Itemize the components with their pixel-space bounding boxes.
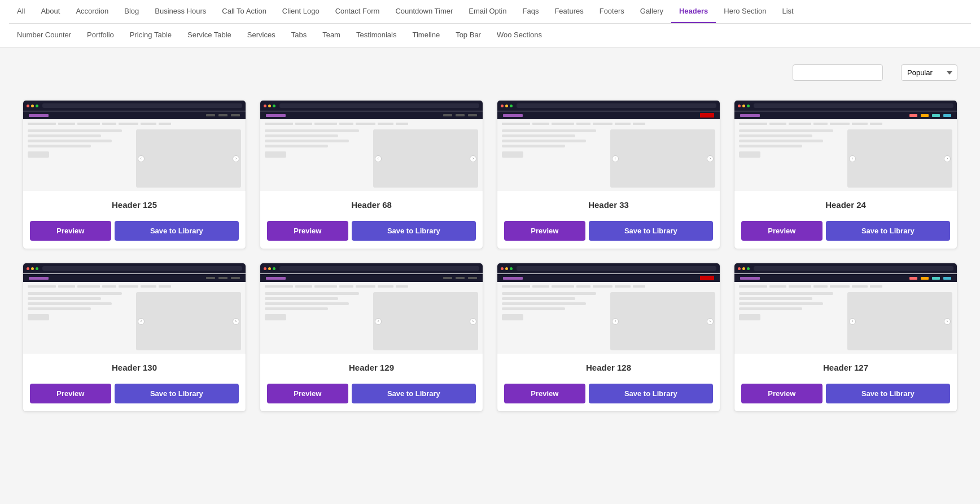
nav-item-features[interactable]: Features (546, 0, 591, 23)
save-button-4[interactable]: Save to Library (826, 221, 950, 241)
nav-item-services[interactable]: Services (239, 24, 283, 47)
card-info-5: Header 130 (23, 354, 246, 384)
card-8: ‹›Header 127PreviewSave to Library (734, 263, 957, 412)
nav-item-service-table[interactable]: Service Table (180, 24, 239, 47)
toolbar: PopularNewestOldest (23, 59, 957, 86)
card-info-8: Header 127 (734, 354, 957, 384)
card-2: ‹›Header 68PreviewSave to Library (260, 100, 483, 249)
nav-item-timeline[interactable]: Timeline (404, 24, 448, 47)
cards-grid: ‹›Header 125PreviewSave to Library‹›Head… (23, 100, 957, 412)
preview-button-1[interactable]: Preview (30, 221, 111, 241)
save-button-6[interactable]: Save to Library (352, 384, 476, 403)
save-button-2[interactable]: Save to Library (352, 221, 476, 241)
card-3: ‹›Header 33PreviewSave to Library (497, 100, 720, 249)
nav-item-faqs[interactable]: Faqs (514, 0, 546, 23)
nav-item-all[interactable]: All (9, 0, 33, 23)
card-info-7: Header 128 (497, 354, 720, 384)
nav-item-call-to-action[interactable]: Call To Action (214, 0, 274, 23)
card-preview-2: ‹› (260, 101, 483, 191)
nav-item-hero-section[interactable]: Hero Section (716, 0, 774, 23)
card-title-8: Header 127 (741, 363, 950, 372)
save-button-8[interactable]: Save to Library (826, 384, 950, 403)
card-title-2: Header 68 (267, 200, 476, 210)
sort-select[interactable]: PopularNewestOldest (901, 64, 957, 81)
card-info-3: Header 33 (497, 191, 720, 221)
card-6: ‹›Header 129PreviewSave to Library (260, 263, 483, 412)
content-area: PopularNewestOldest ‹›Header 125PreviewS… (0, 47, 980, 504)
card-actions-7: PreviewSave to Library (497, 384, 720, 411)
card-title-7: Header 128 (504, 363, 713, 372)
nav-item-top-bar[interactable]: Top Bar (448, 24, 489, 47)
preview-button-8[interactable]: Preview (741, 384, 823, 403)
nav-item-team[interactable]: Team (314, 24, 348, 47)
card-info-6: Header 129 (260, 354, 483, 384)
nav-item-countdown-timer[interactable]: Countdown Timer (387, 0, 461, 23)
main-nav: AllAboutAccordionBlogBusiness HoursCall … (0, 0, 980, 47)
preview-button-4[interactable]: Preview (741, 221, 823, 241)
nav-item-accordion[interactable]: Accordion (68, 0, 116, 23)
preview-button-2[interactable]: Preview (267, 221, 348, 241)
card-4: ‹›Header 24PreviewSave to Library (734, 100, 957, 249)
nav-item-gallery[interactable]: Gallery (632, 0, 671, 23)
card-preview-7: ‹› (497, 263, 720, 354)
card-preview-3: ‹› (497, 101, 720, 191)
nav-item-headers[interactable]: Headers (671, 0, 716, 23)
card-actions-6: PreviewSave to Library (260, 384, 483, 411)
search-input[interactable] (793, 64, 883, 81)
nav-item-pricing-table[interactable]: Pricing Table (122, 24, 180, 47)
card-title-3: Header 33 (504, 200, 713, 210)
nav-row-2: Number CounterPortfolioPricing TableServ… (9, 24, 971, 47)
nav-item-woo-sections[interactable]: Woo Sections (489, 24, 550, 47)
nav-item-email-optin[interactable]: Email Optin (461, 0, 514, 23)
nav-item-list[interactable]: List (774, 0, 801, 23)
preview-button-6[interactable]: Preview (267, 384, 348, 403)
card-preview-1: ‹› (23, 101, 246, 191)
nav-item-testimonials[interactable]: Testimonials (348, 24, 405, 47)
card-preview-6: ‹› (260, 263, 483, 354)
card-actions-1: PreviewSave to Library (23, 221, 246, 249)
nav-item-contact-form[interactable]: Contact Form (327, 0, 388, 23)
card-info-1: Header 125 (23, 191, 246, 221)
save-button-5[interactable]: Save to Library (115, 384, 239, 403)
nav-item-number-counter[interactable]: Number Counter (9, 24, 79, 47)
nav-item-footers[interactable]: Footers (592, 0, 632, 23)
card-actions-3: PreviewSave to Library (497, 221, 720, 249)
nav-item-portfolio[interactable]: Portfolio (79, 24, 122, 47)
card-title-1: Header 125 (30, 200, 239, 210)
card-info-2: Header 68 (260, 191, 483, 221)
card-7: ‹›Header 128PreviewSave to Library (497, 263, 720, 412)
preview-button-5[interactable]: Preview (30, 384, 111, 403)
card-title-5: Header 130 (30, 363, 239, 372)
nav-item-blog[interactable]: Blog (116, 0, 147, 23)
card-preview-8: ‹› (734, 263, 957, 354)
card-1: ‹›Header 125PreviewSave to Library (23, 100, 246, 249)
nav-item-tabs[interactable]: Tabs (283, 24, 314, 47)
card-actions-8: PreviewSave to Library (734, 384, 957, 411)
card-preview-4: ‹› (734, 101, 957, 191)
card-info-4: Header 24 (734, 191, 957, 221)
preview-button-7[interactable]: Preview (504, 384, 585, 403)
card-actions-4: PreviewSave to Library (734, 221, 957, 249)
card-title-4: Header 24 (741, 200, 950, 210)
save-button-7[interactable]: Save to Library (589, 384, 713, 403)
nav-item-client-logo[interactable]: Client Logo (274, 0, 327, 23)
save-button-3[interactable]: Save to Library (589, 221, 713, 241)
card-5: ‹›Header 130PreviewSave to Library (23, 263, 246, 412)
save-button-1[interactable]: Save to Library (115, 221, 239, 241)
card-title-6: Header 129 (267, 363, 476, 372)
nav-item-about[interactable]: About (33, 0, 68, 23)
preview-button-3[interactable]: Preview (504, 221, 585, 241)
nav-item-business-hours[interactable]: Business Hours (147, 0, 214, 23)
nav-row-1: AllAboutAccordionBlogBusiness HoursCall … (9, 0, 971, 23)
card-preview-5: ‹› (23, 263, 246, 354)
card-actions-5: PreviewSave to Library (23, 384, 246, 411)
card-actions-2: PreviewSave to Library (260, 221, 483, 249)
